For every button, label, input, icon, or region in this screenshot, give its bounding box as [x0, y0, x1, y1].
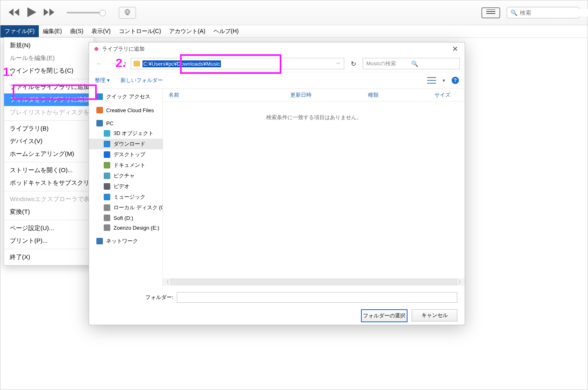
- tree-item[interactable]: ビデオ: [89, 181, 163, 192]
- folder-input[interactable]: [177, 292, 457, 303]
- new-folder-button[interactable]: 新しいフォルダー: [120, 77, 163, 84]
- dialog-toolbar: 整理 ▾ 新しいフォルダー ▼ ?: [89, 72, 465, 89]
- annotation-1: 1.: [3, 65, 13, 79]
- file-menu-item[interactable]: ウインドウを閉じる(C): [4, 64, 94, 77]
- annotation-2: 2.: [116, 56, 126, 70]
- search-icon: 🔍: [411, 60, 456, 67]
- file-menu-item[interactable]: ホームシェアリング(M): [4, 148, 94, 160]
- next-button[interactable]: [44, 9, 55, 17]
- folder-label: フォルダー:: [145, 294, 174, 301]
- column-headers: 名前 更新日時 種類 サイズ: [163, 89, 465, 102]
- menu-account[interactable]: アカウント(A): [165, 25, 209, 38]
- file-menu-item[interactable]: ページ設定(U)...: [4, 222, 94, 235]
- file-menu-item[interactable]: 変換(T): [4, 206, 94, 218]
- menu-control[interactable]: コントロール(C): [115, 25, 165, 38]
- menu-help[interactable]: ヘルプ(H): [209, 25, 243, 38]
- cancel-button[interactable]: キャンセル: [412, 309, 457, 321]
- col-type[interactable]: 種類: [362, 91, 429, 99]
- player-toolbar: 🔍: [0, 0, 588, 25]
- tree-item[interactable]: PC: [89, 118, 163, 128]
- svg-point-1: [126, 11, 129, 13]
- tree-item[interactable]: ミュージック: [89, 192, 163, 202]
- tree-item[interactable]: ローカル ディスク (C:): [89, 202, 163, 213]
- tree-item[interactable]: 3D オブジェクト: [89, 128, 163, 139]
- tree-item[interactable]: Creative Cloud Files: [89, 105, 163, 115]
- empty-message: 検索条件に一致する項目はありません。: [163, 102, 465, 121]
- scroll-track[interactable]: [170, 279, 457, 285]
- tree-item[interactable]: ネットワーク: [89, 236, 163, 246]
- tree-item[interactable]: ピクチャ: [89, 171, 163, 181]
- search-input[interactable]: [519, 9, 588, 16]
- file-menu-item[interactable]: 終了(X): [4, 251, 94, 264]
- dialog-footer: フォルダー: フォルダーの選択 キャンセル: [89, 286, 465, 329]
- folder-tree: クイック アクセスCreative Cloud FilesPC3D オブジェクト…: [89, 89, 163, 286]
- file-menu-item[interactable]: デバイス(V): [4, 135, 94, 148]
- dialog-navbar: ← → ↑ C:¥Users¥pc¥Downloads¥Music ﹀ ↻ Mu…: [89, 55, 465, 72]
- nav-back-button[interactable]: ←: [94, 60, 105, 68]
- view-options-button[interactable]: [427, 77, 436, 84]
- file-menu-item[interactable]: 新規(N): [4, 39, 94, 52]
- tree-item[interactable]: デスクトップ: [89, 149, 163, 160]
- menubar: ファイル(F) 編集(E) 曲(S) 表示(V) コントロール(C) アカウント…: [0, 25, 588, 38]
- address-bar[interactable]: C:¥Users¥pc¥Downloads¥Music ﹀: [131, 58, 344, 69]
- organize-button[interactable]: 整理 ▾: [95, 77, 110, 84]
- airplay-button[interactable]: [119, 7, 136, 19]
- tree-item[interactable]: ダウンロード: [89, 139, 163, 149]
- select-folder-button[interactable]: フォルダーの選択: [361, 309, 408, 322]
- col-date[interactable]: 更新日時: [285, 91, 362, 99]
- file-menu-item[interactable]: ライブラリ(B): [4, 122, 94, 135]
- file-menu-item: プレイリストからディスクを作: [4, 106, 94, 119]
- col-size[interactable]: サイズ: [429, 91, 465, 99]
- previous-button[interactable]: [9, 9, 20, 17]
- scroll-right-icon[interactable]: 〉: [457, 279, 465, 286]
- file-menu-item[interactable]: ストリームを開く(O)...: [4, 164, 94, 177]
- dialog-close-button[interactable]: ✕: [450, 44, 461, 53]
- dialog-search-box[interactable]: Musicの検索 🔍: [363, 58, 460, 69]
- volume-slider[interactable]: [67, 12, 103, 13]
- col-name[interactable]: 名前: [163, 91, 285, 99]
- file-menu-item[interactable]: ポッドキャストをサブスクリプ: [4, 177, 94, 189]
- file-menu-dropdown: 新規(N)ルールを編集(E)ウインドウを閉じる(C)ファイルをライブラリに追加(…: [4, 37, 94, 266]
- file-list-pane: 名前 更新日時 種類 サイズ 検索条件に一致する項目はありません。 〈 〉: [163, 89, 465, 286]
- scroll-left-icon[interactable]: 〈: [163, 279, 170, 286]
- file-menu-item[interactable]: ルールを編集(E): [4, 52, 94, 64]
- folder-icon: [134, 61, 140, 66]
- chevron-down-icon[interactable]: ▼: [442, 78, 446, 83]
- search-box[interactable]: 🔍: [507, 7, 579, 18]
- play-button[interactable]: [27, 7, 36, 18]
- itunes-icon: [93, 46, 100, 52]
- file-menu-item[interactable]: プリント(P)...: [4, 235, 94, 247]
- file-menu-item[interactable]: ファイルをライブラリに追加(A: [4, 81, 94, 93]
- menu-view[interactable]: 表示(V): [87, 25, 115, 38]
- menu-song[interactable]: 曲(S): [66, 25, 88, 38]
- file-menu-item: Windowsエクスプローラで表: [4, 193, 94, 206]
- search-icon: 🔍: [510, 9, 517, 16]
- dialog-search-placeholder: Musicの検索: [366, 60, 411, 67]
- menu-file[interactable]: ファイル(F): [0, 25, 39, 38]
- tree-item[interactable]: Soft (D:): [89, 213, 163, 223]
- address-dropdown-icon[interactable]: ﹀: [333, 61, 344, 67]
- tree-item[interactable]: Zoenzo Design (E:): [89, 223, 163, 233]
- tree-item[interactable]: ドキュメント: [89, 160, 163, 171]
- tree-item[interactable]: クイック アクセス: [89, 91, 163, 102]
- horizontal-scrollbar[interactable]: 〈 〉: [163, 278, 465, 286]
- itunes-window: — ☐ ✕ 🔍 ファイル(F) 編集(E) 曲(S) 表示(V) コントロール(…: [0, 0, 588, 390]
- dialog-titlebar: ライブラリに追加 ✕: [89, 42, 465, 55]
- dialog-title: ライブラリに追加: [102, 45, 145, 53]
- refresh-button[interactable]: ↻: [348, 60, 359, 68]
- file-menu-item[interactable]: フォルダをライブラリに追加(D: [4, 93, 94, 106]
- address-path: C:¥Users¥pc¥Downloads¥Music: [143, 60, 221, 67]
- add-to-library-dialog: ライブラリに追加 ✕ ← → ↑ C:¥Users¥pc¥Downloads¥M…: [89, 42, 465, 325]
- list-view-button[interactable]: [481, 7, 500, 18]
- playback-controls: [9, 7, 136, 19]
- help-button[interactable]: ?: [452, 77, 459, 84]
- menu-edit[interactable]: 編集(E): [39, 25, 66, 38]
